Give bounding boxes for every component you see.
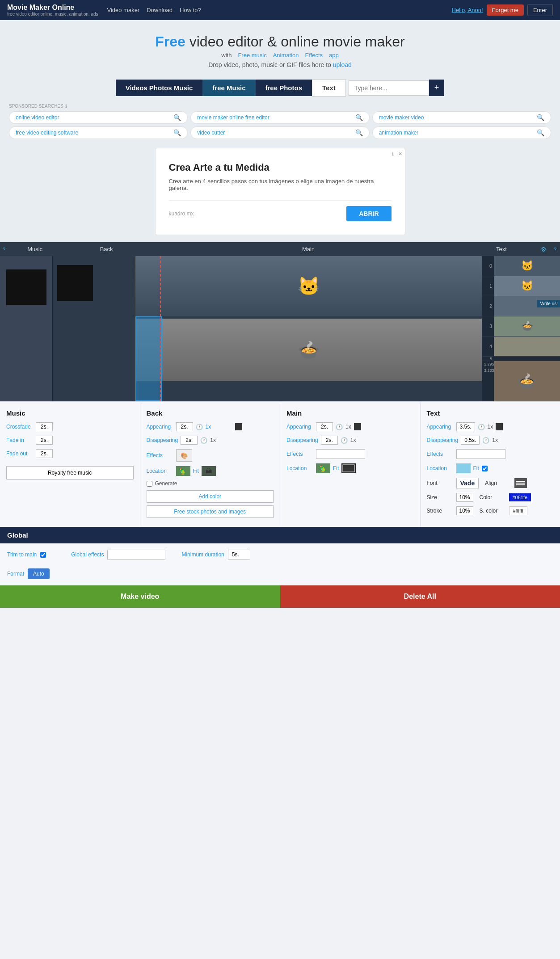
back-location-thumb[interactable]: 🦜 — [176, 466, 190, 476]
royalty-free-music-button[interactable]: Royalty free music — [6, 466, 134, 480]
search-add-button[interactable]: + — [429, 80, 445, 96]
sponsored-item-5[interactable]: video cutter 🔍 — [190, 126, 369, 139]
text-appearing-row: Appearing 🕐 1x — [427, 422, 554, 431]
delete-all-button[interactable]: Delete All — [280, 585, 560, 608]
back-disappearing-input[interactable] — [181, 436, 198, 445]
ad-open-button[interactable]: ABRIR — [346, 206, 391, 221]
ruler-mark-0: 0 — [482, 263, 494, 269]
free-stock-button[interactable]: Free stock photos and images — [147, 505, 274, 518]
text-fit-label[interactable]: Fit — [473, 465, 479, 471]
forget-me-button[interactable]: Forget me — [487, 4, 524, 16]
main-appearing-row: Appearing 🕐 1x — [286, 422, 414, 431]
main-appearing-label: Appearing — [286, 424, 313, 430]
tab-free-music[interactable]: free Music — [202, 80, 255, 96]
trim-to-main-check[interactable] — [40, 552, 46, 558]
fade-out-input[interactable] — [36, 449, 53, 458]
text-s-color-swatch[interactable]: #ffffff — [509, 506, 527, 515]
main-fit-label[interactable]: Fit — [333, 465, 339, 471]
main-disappearing-input[interactable] — [321, 436, 338, 445]
text-color-swatch[interactable]: #081fe — [509, 493, 531, 501]
tab-free-photos[interactable]: free Photos — [256, 80, 312, 96]
nav-video-maker[interactable]: Video maker — [107, 7, 139, 13]
back-generate-check[interactable] — [147, 481, 152, 487]
ruler-1: 1 🐱 — [482, 276, 560, 296]
nav-download[interactable]: Download — [147, 7, 173, 13]
ruler-thumb-1: 🐱 — [494, 276, 560, 296]
music-panel-title: Music — [6, 409, 134, 417]
text-fit-check[interactable] — [482, 466, 488, 471]
back-effects-preview[interactable]: 🎨 — [176, 449, 192, 462]
fade-in-input[interactable] — [36, 436, 53, 445]
main-fit-thumb[interactable] — [341, 463, 356, 473]
make-video-button[interactable]: Make video — [0, 585, 280, 608]
playhead — [160, 256, 161, 401]
ad-source: kuadro.mx — [169, 210, 194, 217]
text-location-thumb[interactable] — [456, 463, 471, 473]
hero-link-effects[interactable]: Effects — [305, 52, 323, 59]
editor-tab-text[interactable]: Text — [466, 242, 537, 256]
text-size-input[interactable] — [456, 493, 473, 502]
sponsored-item-3[interactable]: movie maker video 🔍 — [372, 111, 551, 124]
back-fit-label[interactable]: Fit — [193, 468, 199, 474]
text-font-label: Font — [427, 480, 454, 486]
text-multiplier: 1x — [488, 424, 493, 430]
tab-videos-photos-music[interactable]: Videos Photos Music — [116, 80, 203, 96]
minimum-duration-input[interactable] — [228, 550, 250, 559]
minimum-duration-label: Minimum duration — [181, 551, 224, 558]
trim-to-main-label: Trim to main — [7, 551, 37, 558]
format-button[interactable]: Auto — [28, 568, 50, 579]
hero-link-app[interactable]: app — [329, 52, 339, 59]
back-fit-thumb[interactable]: 🏔 — [202, 466, 216, 476]
main-disappearing-clock-icon: 🕐 — [341, 437, 348, 444]
text-font-button[interactable]: Vade — [456, 478, 479, 488]
text-align-button[interactable] — [514, 478, 527, 488]
text-color-label: Color — [480, 494, 506, 501]
crossfade-input[interactable] — [36, 422, 53, 431]
hero-link-animation[interactable]: Animation — [273, 52, 299, 59]
ruler-thumb-0: 🐱 — [494, 256, 560, 276]
text-appearing-input[interactable] — [456, 422, 475, 431]
editor-tab-music[interactable]: Music — [8, 242, 62, 256]
hero-link-music[interactable]: Free music — [238, 52, 266, 59]
text-effects-input[interactable] — [456, 449, 505, 459]
enter-button[interactable]: Enter — [527, 4, 553, 16]
sponsored-item-6[interactable]: animation maker 🔍 — [372, 126, 551, 139]
add-color-button[interactable]: Add color — [147, 490, 274, 503]
editor-tab-back[interactable]: Back — [62, 242, 151, 256]
search-icon-2: 🔍 — [355, 114, 363, 121]
text-disappearing-input[interactable] — [461, 436, 480, 445]
main-effects-input[interactable] — [316, 449, 365, 459]
sponsored-item-1[interactable]: online video editor 🔍 — [9, 111, 188, 124]
sponsored-item-2[interactable]: movie maker online free editor 🔍 — [190, 111, 369, 124]
text-disappearing-row: Disappearing 🕐 1x — [427, 436, 554, 445]
global-effects-label: Global effects — [71, 551, 104, 558]
global-effects-input[interactable] — [107, 550, 165, 559]
music-track — [0, 256, 53, 401]
brand-title: Movie Maker Online — [7, 4, 98, 12]
editor-gear-icon[interactable]: ⚙ — [537, 243, 550, 256]
main-appearing-input[interactable] — [316, 422, 333, 431]
back-disappearing-clock-icon: 🕐 — [200, 437, 207, 444]
nav-how-to[interactable]: How to? — [180, 7, 201, 13]
editor-tab-main[interactable]: Main — [151, 242, 466, 256]
tab-text[interactable]: Text — [312, 79, 346, 97]
ad-close-button[interactable]: ℹ ✕ — [392, 151, 402, 157]
back-appearing-input[interactable] — [176, 422, 193, 431]
write-us-button[interactable]: Write us! — [537, 300, 560, 307]
back-effects-label: Effects — [147, 452, 173, 458]
text-align-label: Align — [485, 480, 512, 486]
text-stroke-input[interactable] — [456, 506, 473, 515]
text-location-row: Location Fit — [427, 463, 554, 473]
upload-link[interactable]: upload — [333, 61, 352, 68]
sponsored-item-4[interactable]: free video editing software 🔍 — [9, 126, 188, 139]
search-bar: + — [349, 80, 445, 96]
back-overlay-clip[interactable] — [135, 316, 162, 401]
text-size-color-row: Size Color #081fe — [427, 493, 554, 502]
main-location-thumb[interactable]: 🦜 — [316, 463, 330, 473]
search-input[interactable] — [349, 80, 429, 96]
fade-in-row: Fade in — [6, 436, 134, 445]
hero-with: with — [221, 52, 232, 59]
music-panel: Music Crossfade Fade in Fade out Royalty… — [0, 402, 140, 527]
text-effects-row: Effects — [427, 449, 554, 459]
username-link[interactable]: Anon! — [468, 7, 483, 13]
